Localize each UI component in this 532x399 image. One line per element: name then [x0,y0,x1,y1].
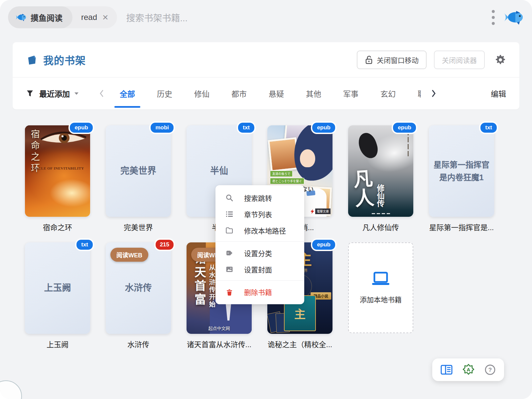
bookshelf-icon [26,54,38,66]
book-cover: 上玉阙 [25,242,90,334]
app-tab-group: 摸鱼阅读 read × [8,6,117,28]
cover-site-label: 起点中文网 [187,325,252,331]
menu-item-search-jump[interactable]: 搜索跳转 [215,190,304,206]
format-badge: epub [392,121,417,134]
book-card-shangyu[interactable]: 上玉阙 txt [25,242,90,334]
book-cell: 完美世界 mobi 完美世界 [106,125,171,232]
format-badge: epub [311,238,336,251]
book-card-xingji[interactable]: 星际第一指挥官 是内卷狂魔1 txt [429,125,494,217]
app-tab[interactable]: 摸鱼阅读 [8,6,72,28]
menu-item-delete-book[interactable]: 删除书籍 [215,284,304,300]
tabs-scroll-left-icon[interactable] [98,89,104,98]
app-name: 摸鱼阅读 [31,12,63,23]
menu-item-set-category[interactable]: 设置分类 [215,245,304,261]
book-cover: 宿命之环 CIRCLE OF INEVITABILITY [25,125,90,217]
unread-count-badge: 215 [154,238,175,251]
add-local-book-label: 添加本地书籍 [360,294,402,304]
cover-text: 半仙 [206,164,232,178]
lightning-icon [311,209,314,214]
book-cover: 凡人 修仙传 [348,125,413,217]
filter-funnel-icon[interactable] [26,89,34,97]
book-title: 上玉阙 [25,338,90,349]
tab-dushi[interactable]: 都市 [231,86,247,101]
cover-tagline: 友達の後ろで 君とこっそり手を繋ぐ [270,171,304,184]
book-card-suming[interactable]: 宿命之环 CIRCLE OF INEVITABILITY epub [25,125,90,217]
app-logo-fish-icon[interactable] [503,9,524,25]
sort-dropdown[interactable]: 最近添加 [39,88,70,99]
tab-clipped[interactable]: 耽 [418,86,421,101]
category-tabs: 全部 历史 修仙 都市 悬疑 其他 军事 玄幻 耽 [120,86,421,101]
svg-text:?: ? [488,367,492,373]
close-window-move-label: 关闭窗口移动 [377,55,419,65]
filter-tab-bar: 最近添加 全部 历史 修仙 都市 悬疑 其他 军事 玄幻 耽 编辑 [13,77,519,109]
book-title: 凡人修仙传 [348,221,413,232]
format-badge: epub [68,121,94,134]
menu-divider [215,280,304,281]
tab-junshi[interactable]: 军事 [343,86,358,101]
book-cell: 宿命之环 CIRCLE OF INEVITABILITY epub 宿命之环 [25,125,90,232]
tab-history[interactable]: 历史 [157,86,172,101]
format-badge: mobi [149,121,175,134]
web-source-badge: 阅读WEB [110,248,148,262]
sort-caret-icon[interactable] [74,91,79,95]
book-cell: 星际第一指挥官 是内卷狂魔1 txt 星际第一指挥官是... [429,125,494,232]
tab-xuanyi[interactable]: 悬疑 [269,86,284,101]
translate-icon[interactable]: A [463,364,474,376]
cover-text: 水浒传 [121,281,156,295]
menu-item-chapter-list[interactable]: 章节列表 [215,206,304,222]
menu-item-edit-local-path[interactable]: 修改本地路径 [215,222,304,238]
book-cell: 水浒传 阅读WEB 215 水浒传 [106,242,171,349]
list-icon [225,210,233,218]
read-tag-label: read [81,13,97,22]
publisher-mark: 電撃文庫 [311,208,331,214]
cover-text: 上玉阙 [40,281,75,295]
tab-xiuxian[interactable]: 修仙 [194,86,209,101]
settings-gear-icon[interactable] [495,54,506,66]
tabs-scroll-right-icon[interactable] [431,89,437,98]
help-icon[interactable]: ? [484,364,496,375]
laptop-icon [371,272,390,286]
cover-text: 完美世界 [116,164,160,178]
more-menu-icon[interactable] [490,8,497,27]
shelf-header: 我的书架 关闭窗口移动 关闭阅读器 [13,42,519,77]
book-cell: 上玉阙 txt 上玉阙 [25,242,90,349]
folder-icon [225,226,233,234]
cover-subtitle: CIRCLE OF INEVITABILITY [25,166,90,170]
trash-icon [225,288,233,296]
book-cell: 添加本地书籍 [348,242,413,349]
close-tag-icon[interactable]: × [102,12,108,22]
tab-xuanhuan[interactable]: 玄幻 [380,86,396,101]
cover-title-small: 修仙传 [374,184,385,207]
search-input[interactable]: 搜索书架书籍... [126,11,490,24]
book-context-menu: 搜索跳转 章节列表 修改本地路径 设置分类 [215,185,304,304]
book-title: 星际第一指挥官是... [429,221,494,232]
tab-qita[interactable]: 其他 [306,86,321,101]
close-window-move-button[interactable]: 关闭窗口移动 [357,51,427,69]
shelf-panel: 我的书架 关闭窗口移动 关闭阅读器 [13,42,519,109]
top-bar: 摸鱼阅读 read × 搜索书架书籍... [8,6,524,29]
menu-item-set-cover[interactable]: 设置封面 [215,261,304,277]
fish-icon [15,13,27,22]
tab-all[interactable]: 全部 [120,86,135,101]
add-local-book-button[interactable]: 添加本地书籍 [348,242,413,333]
image-icon [225,265,233,273]
format-badge: txt [75,238,94,251]
close-reader-button[interactable]: 关闭阅读器 [434,51,485,69]
book-card-fanren[interactable]: 凡人 修仙传 epub [348,125,413,217]
book-title: 水浒传 [106,338,171,349]
book-card-wanmei[interactable]: 完美世界 mobi [106,125,171,217]
edit-categories-button[interactable]: 编辑 [491,88,506,99]
read-tag[interactable]: read × [72,12,117,22]
book-card-shuihu[interactable]: 水浒传 阅读WEB 215 [106,242,171,334]
tag-icon [225,249,233,257]
menu-divider [215,241,304,242]
cover-title-col2: 从水浒传开始 [207,264,216,308]
search-icon [225,194,233,202]
book-cover: 星际第一指挥官 是内卷狂魔1 [429,125,494,217]
app-window: 摸鱼阅读 read × 搜索书架书籍... 我的书架 [0,0,532,399]
page-title: 我的书架 [43,52,86,67]
reader-mode-icon[interactable] [441,365,453,375]
svg-text:A: A [467,367,470,372]
format-badge: txt [479,121,498,134]
cover-panel-glyph: 主 [294,305,306,322]
